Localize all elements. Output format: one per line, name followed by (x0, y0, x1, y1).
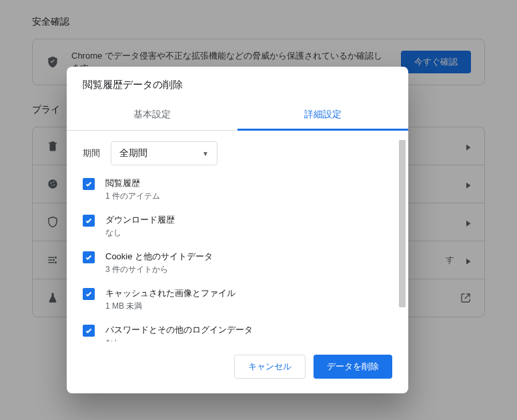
cancel-button[interactable]: キャンセル (234, 355, 306, 379)
tab-basic[interactable]: 基本設定 (67, 101, 237, 130)
option-sub: 1 件のアイテム (105, 191, 160, 202)
time-range-value: 全期間 (119, 147, 147, 159)
scrollbar[interactable] (399, 140, 406, 335)
option-title: ダウンロード履歴 (105, 214, 175, 226)
clear-data-button[interactable]: データを削除 (314, 355, 392, 379)
dialog-title: 閲覧履歴データの削除 (67, 67, 408, 101)
time-range-select[interactable]: 全期間 ▼ (111, 141, 217, 165)
option-sub: なし (105, 227, 175, 239)
option-sub: 3 件のサイトから (105, 264, 213, 275)
checkbox-checked[interactable] (83, 288, 95, 300)
tab-advanced[interactable]: 詳細設定 (237, 101, 408, 131)
clear-browsing-data-dialog: 閲覧履歴データの削除 基本設定 詳細設定 期間 全期間 ▼ 閲覧履歴 1 件のア… (67, 67, 408, 393)
checkbox-checked[interactable] (83, 325, 95, 337)
dialog-tabs: 基本設定 詳細設定 (67, 101, 408, 131)
time-range-label: 期間 (83, 147, 100, 159)
option-cookies[interactable]: Cookie と他のサイトデータ 3 件のサイトから (83, 251, 387, 275)
option-browsing-history[interactable]: 閲覧履歴 1 件のアイテム (83, 177, 387, 202)
checkbox-checked[interactable] (83, 215, 95, 227)
option-title: 閲覧履歴 (105, 177, 160, 189)
option-title: Cookie と他のサイトデータ (105, 251, 213, 263)
option-title: パスワードとその他のログインデータ (105, 324, 253, 336)
checkbox-checked[interactable] (83, 178, 95, 190)
option-sub: 1 MB 未満 (105, 301, 235, 312)
option-passwords[interactable]: パスワードとその他のログインデータ なし (83, 324, 387, 341)
option-sub: なし (105, 337, 253, 341)
option-cache[interactable]: キャッシュされた画像とファイル 1 MB 未満 (83, 287, 387, 312)
option-title: キャッシュされた画像とファイル (105, 287, 235, 299)
chevron-down-icon: ▼ (202, 150, 209, 157)
option-download-history[interactable]: ダウンロード履歴 なし (83, 214, 387, 239)
checkbox-checked[interactable] (83, 251, 95, 263)
